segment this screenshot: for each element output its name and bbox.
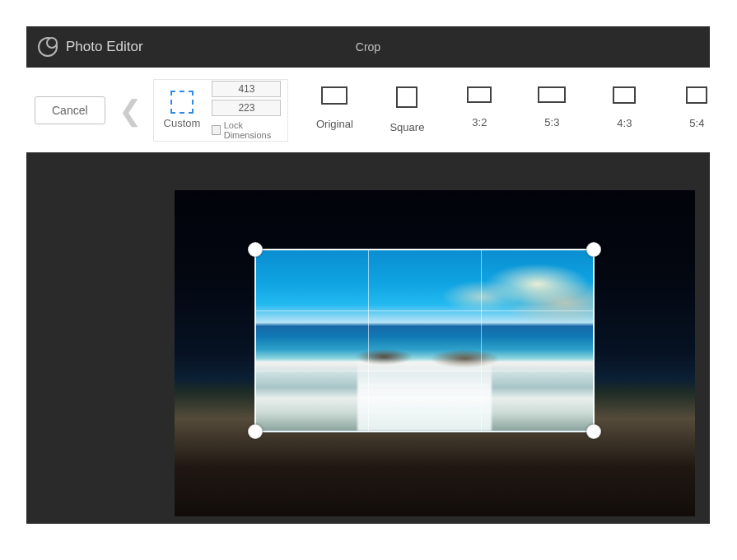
app-logo-icon [38,37,58,57]
cancel-button[interactable]: Cancel [35,96,105,124]
crop-handle-br[interactable] [586,424,601,439]
preset-square[interactable]: Square [390,86,423,133]
lock-dimensions-label: Lock Dimensions [224,120,282,140]
preset-5-3[interactable]: 5:3 [535,86,568,133]
app-window: Photo Editor Crop Cancel ❮ Custom Lock D… [26,26,710,524]
back-chevron-icon[interactable]: ❮ [119,96,142,124]
preset-5-4[interactable]: 5:4 [680,86,713,133]
waterfall-decoration [357,355,492,431]
lock-dimensions-checkbox[interactable] [212,125,220,135]
preset-square-icon [396,86,417,108]
crop-height-input[interactable] [212,100,281,116]
aspect-presets: Original Square 3:2 5:3 4:3 5:4 [305,86,713,133]
preset-4-3-icon [613,86,636,104]
preset-4-3[interactable]: 4:3 [608,86,641,133]
preset-original-label: Original [316,118,353,130]
sky-decoration [408,259,593,322]
custom-crop-group: Custom Lock Dimensions [153,79,289,142]
preset-3-2[interactable]: 3:2 [463,86,496,133]
grid-line [256,310,593,311]
grid-line [256,371,593,371]
app-title: Photo Editor [66,39,143,55]
crop-selection[interactable] [254,249,595,432]
grid-line [481,250,482,431]
preset-5-3-icon [538,86,566,103]
preset-5-4-label: 5:4 [689,117,704,129]
preset-square-label: Square [389,121,424,133]
preset-original[interactable]: Original [318,86,351,133]
preset-5-4-icon [686,86,707,104]
lock-dimensions-row[interactable]: Lock Dimensions [212,120,281,140]
preset-custom[interactable]: Custom [164,91,201,129]
canvas-area[interactable] [26,152,710,524]
preset-original-icon [321,86,348,105]
preset-3-2-icon [467,86,492,103]
custom-label: Custom [164,117,201,129]
crop-width-input[interactable] [212,81,281,97]
crop-toolbar: Cancel ❮ Custom Lock Dimensions Original [26,68,710,152]
grid-line [368,250,369,431]
preset-5-3-label: 5:3 [544,116,559,128]
app-header: Photo Editor Crop [26,26,710,68]
crop-handle-tr[interactable] [586,242,601,257]
crop-handle-tl[interactable] [248,242,263,257]
dimensions-column: Lock Dimensions [212,81,281,140]
preset-4-3-label: 4:3 [617,117,632,129]
custom-box-icon [170,91,194,114]
preset-3-2-label: 3:2 [472,116,487,128]
crop-handle-bl[interactable] [248,424,263,439]
